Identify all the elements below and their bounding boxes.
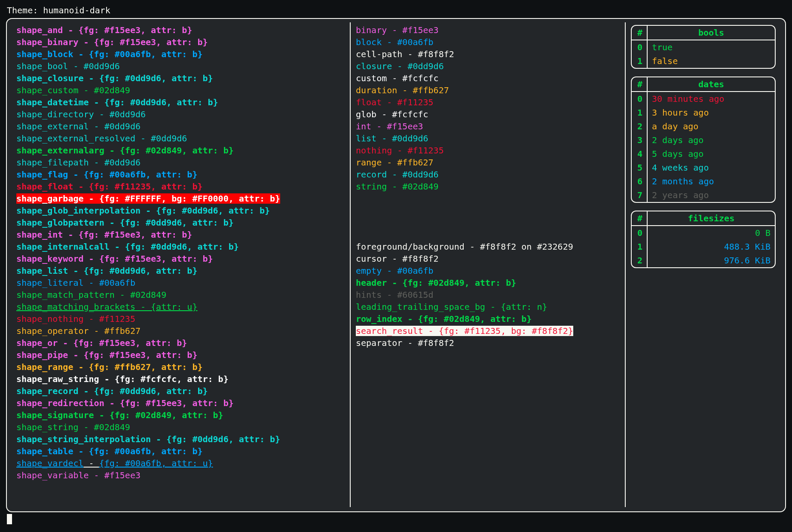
theme-row: shape_or - {fg: #f15ee3, attr: b} bbox=[16, 337, 345, 349]
theme-row: foreground/background - #f8f8f2 on #2326… bbox=[356, 241, 620, 253]
theme-row: string - #02d849 bbox=[356, 180, 620, 193]
theme-row: shape_directory - #0dd9d6 bbox=[16, 108, 345, 120]
theme-row: record - #0dd9d6 bbox=[356, 168, 620, 180]
theme-row: custom - #fcfcfc bbox=[356, 72, 620, 84]
theme-row: cursor - #f8f8f2 bbox=[356, 253, 620, 265]
theme-row: hints - #60615d bbox=[356, 289, 620, 301]
theme-row: shape_datetime - {fg: #0dd9d6, attr: b} bbox=[16, 96, 345, 108]
theme-row: shape_vardecl - {fg: #00a6fb, attr: u} bbox=[16, 457, 345, 469]
theme-row: shape_custom - #02d849 bbox=[16, 84, 345, 96]
theme-row: shape_pipe - {fg: #f15ee3, attr: b} bbox=[16, 349, 345, 361]
theme-row: shape_filepath - #0dd9d6 bbox=[16, 156, 345, 168]
theme-row: shape_redirection - {fg: #f15ee3, attr: … bbox=[16, 397, 345, 409]
theme-row: binary - #f15ee3 bbox=[356, 24, 620, 36]
theme-row: shape_internalcall - {fg: #0dd9d6, attr:… bbox=[16, 241, 345, 253]
theme-row: shape_record - {fg: #0dd9d6, attr: b} bbox=[16, 385, 345, 397]
theme-row: int - #f15ee3 bbox=[356, 120, 620, 132]
theme-row: shape_operator - #ffb627 bbox=[16, 325, 345, 337]
table-row: 00 B bbox=[632, 226, 775, 240]
theme-row: shape_block - {fg: #00a6fb, attr: b} bbox=[16, 48, 345, 60]
theme-row: shape_variable - #f15ee3 bbox=[16, 469, 345, 481]
shapes-column: shape_and - {fg: #f15ee3, attr: b}shape_… bbox=[11, 22, 351, 507]
theme-row: cell-path - #f8f8f2 bbox=[356, 48, 620, 60]
theme-row: shape_flag - {fg: #00a6fb, attr: b} bbox=[16, 168, 345, 180]
theme-row: separator - #f8f8f2 bbox=[356, 337, 620, 349]
filesizes-table: #filesizes00 B1488.3 KiB2976.6 KiB bbox=[631, 211, 776, 268]
theme-row: glob - #fcfcfc bbox=[356, 108, 620, 120]
table-row: 72 years ago bbox=[632, 188, 775, 202]
theme-row: float - #f11235 bbox=[356, 96, 620, 108]
table-row: 1488.3 KiB bbox=[632, 240, 775, 254]
table-row: 2a day ago bbox=[632, 119, 775, 133]
theme-row: shape_keyword - {fg: #f15ee3, attr: b} bbox=[16, 253, 345, 265]
theme-row: shape_table - {fg: #00a6fb, attr: b} bbox=[16, 445, 345, 457]
theme-row: shape_match_pattern - #02d849 bbox=[16, 289, 345, 301]
table-row: 2976.6 KiB bbox=[632, 254, 775, 267]
table-row: 030 minutes ago bbox=[632, 92, 775, 106]
theme-row: shape_externalarg - {fg: #02d849, attr: … bbox=[16, 144, 345, 156]
types-column: binary - #f15ee3block - #00a6fbcell-path… bbox=[351, 22, 626, 507]
theme-row: shape_signature - {fg: #02d849, attr: b} bbox=[16, 409, 345, 421]
table-row: 1false bbox=[632, 54, 775, 68]
theme-row: shape_glob_interpolation - {fg: #0dd9d6,… bbox=[16, 205, 345, 217]
table-row: 45 days ago bbox=[632, 147, 775, 161]
theme-row: shape_list - {fg: #0dd9d6, attr: b} bbox=[16, 265, 345, 277]
theme-row: shape_literal - #00a6fb bbox=[16, 277, 345, 289]
theme-title: Theme: humanoid-dark bbox=[7, 4, 786, 16]
theme-row: shape_int - {fg: #f15ee3, attr: b} bbox=[16, 229, 345, 241]
table-row: 54 weeks ago bbox=[632, 161, 775, 174]
theme-row: shape_float - {fg: #f11235, attr: b} bbox=[16, 180, 345, 193]
theme-row: shape_external - #0dd9d6 bbox=[16, 120, 345, 132]
theme-row: duration - #ffb627 bbox=[356, 84, 620, 96]
theme-row: shape_external_resolved - #0dd9d6 bbox=[16, 132, 345, 144]
bools-table: #bools0true1false bbox=[631, 25, 776, 69]
theme-row: search_result - {fg: #f11235, bg: #f8f8f… bbox=[356, 325, 620, 337]
theme-row: nothing - #f11235 bbox=[356, 144, 620, 156]
theme-row: shape_string - #02d849 bbox=[16, 421, 345, 433]
theme-row: shape_garbage - {fg: #FFFFFF, bg: #FF000… bbox=[16, 193, 345, 205]
table-row: 0true bbox=[632, 40, 775, 54]
theme-row: shape_binary - {fg: #f15ee3, attr: b} bbox=[16, 36, 345, 48]
tables-column: #bools0true1false#dates030 minutes ago13… bbox=[626, 22, 781, 507]
theme-row: range - #ffb627 bbox=[356, 156, 620, 168]
theme-row: leading_trailing_space_bg - {attr: n} bbox=[356, 301, 620, 313]
theme-row: list - #0dd9d6 bbox=[356, 132, 620, 144]
theme-row: shape_globpattern - {fg: #0dd9d6, attr: … bbox=[16, 217, 345, 229]
table-row: 32 days ago bbox=[632, 133, 775, 147]
theme-row: row_index - {fg: #02d849, attr: b} bbox=[356, 313, 620, 325]
terminal-cursor bbox=[7, 514, 12, 524]
dates-table: #dates030 minutes ago13 hours ago2a day … bbox=[631, 76, 776, 203]
theme-row: empty - #00a6fb bbox=[356, 265, 620, 277]
theme-row: header - {fg: #02d849, attr: b} bbox=[356, 277, 620, 289]
theme-row: shape_raw_string - {fg: #fcfcfc, attr: b… bbox=[16, 373, 345, 385]
theme-row: closure - #0dd9d6 bbox=[356, 60, 620, 72]
theme-row: shape_nothing - #f11235 bbox=[16, 313, 345, 325]
theme-preview-frame: shape_and - {fg: #f15ee3, attr: b}shape_… bbox=[6, 18, 786, 512]
table-row: 13 hours ago bbox=[632, 106, 775, 119]
theme-row: shape_matching_brackets - {attr: u} bbox=[16, 301, 345, 313]
table-row: 62 months ago bbox=[632, 174, 775, 188]
theme-row: shape_closure - {fg: #0dd9d6, attr: b} bbox=[16, 72, 345, 84]
theme-row: shape_range - {fg: #ffb627, attr: b} bbox=[16, 361, 345, 373]
theme-row: shape_and - {fg: #f15ee3, attr: b} bbox=[16, 24, 345, 36]
theme-row: block - #00a6fb bbox=[356, 36, 620, 48]
theme-row: shape_bool - #0dd9d6 bbox=[16, 60, 345, 72]
theme-row: shape_string_interpolation - {fg: #0dd9d… bbox=[16, 433, 345, 445]
